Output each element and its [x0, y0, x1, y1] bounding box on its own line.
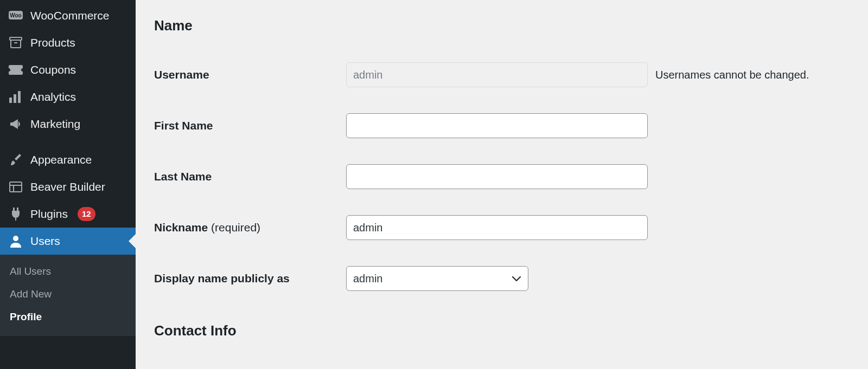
svg-text:Woo: Woo — [10, 12, 21, 18]
sidebar-item-label: Coupons — [30, 63, 76, 76]
username-label: Username — [154, 68, 346, 81]
last-name-input[interactable] — [346, 164, 648, 189]
nickname-input[interactable] — [346, 215, 648, 240]
display-name-label: Display name publicly as — [154, 272, 346, 285]
username-input — [346, 62, 648, 87]
sidebar-item-label: Plugins — [30, 207, 68, 221]
row-username: Username Usernames cannot be changed. — [154, 49, 850, 100]
sidebar-item-users[interactable]: Users — [0, 228, 136, 255]
row-first-name: First Name — [154, 100, 850, 151]
section-heading-contact: Contact Info — [154, 322, 850, 339]
sidebar-item-marketing[interactable]: Marketing — [0, 111, 136, 138]
nickname-label: Nickname (required) — [154, 221, 346, 234]
layout-icon — [9, 180, 23, 194]
admin-sidebar: Woo WooCommerce Products Coupons Analyti… — [0, 0, 136, 369]
sidebar-item-label: Appearance — [30, 153, 92, 166]
svg-rect-5 — [9, 98, 12, 103]
ticket-icon — [9, 63, 23, 77]
row-nickname: Nickname (required) — [154, 202, 850, 253]
username-hint: Usernames cannot be changed. — [655, 69, 809, 81]
submenu-all-users[interactable]: All Users — [0, 260, 136, 283]
user-icon — [9, 234, 23, 248]
chevron-down-icon — [512, 275, 521, 282]
row-display-name: Display name publicly as admin — [154, 253, 850, 304]
archive-icon — [9, 36, 23, 50]
sidebar-item-beaver-builder[interactable]: Beaver Builder — [0, 173, 136, 200]
megaphone-icon — [9, 117, 23, 131]
sidebar-item-analytics[interactable]: Analytics — [0, 83, 136, 111]
first-name-label: First Name — [154, 119, 346, 132]
sidebar-item-label: Analytics — [30, 90, 76, 103]
sidebar-item-appearance[interactable]: Appearance — [0, 146, 136, 173]
sidebar-item-products[interactable]: Products — [0, 29, 136, 56]
display-name-selected: admin — [353, 273, 382, 285]
submenu-add-new[interactable]: Add New — [0, 283, 136, 306]
svg-rect-6 — [14, 94, 16, 103]
svg-point-11 — [13, 236, 18, 241]
svg-rect-8 — [10, 182, 22, 192]
sidebar-item-coupons[interactable]: Coupons — [0, 56, 136, 83]
first-name-input[interactable] — [346, 113, 648, 138]
plugins-update-badge: 12 — [78, 207, 95, 221]
svg-rect-3 — [11, 40, 21, 48]
last-name-label: Last Name — [154, 170, 346, 183]
sidebar-item-woocommerce[interactable]: Woo WooCommerce — [0, 2, 136, 29]
users-submenu: All Users Add New Profile — [0, 255, 136, 336]
profile-form: Name Username Usernames cannot be change… — [136, 0, 868, 369]
woo-icon: Woo — [9, 9, 23, 23]
sidebar-item-label: WooCommerce — [30, 9, 109, 22]
submenu-profile[interactable]: Profile — [0, 306, 136, 328]
sidebar-item-label: Beaver Builder — [30, 180, 105, 193]
sidebar-item-plugins[interactable]: Plugins 12 — [0, 200, 136, 228]
section-heading-name: Name — [154, 17, 850, 34]
sidebar-item-label: Marketing — [30, 117, 80, 131]
sidebar-item-label: Users — [30, 234, 60, 248]
brush-icon — [9, 153, 23, 167]
sidebar-item-label: Products — [30, 36, 75, 49]
display-name-select[interactable]: admin — [346, 266, 528, 291]
chart-icon — [9, 90, 23, 104]
row-last-name: Last Name — [154, 151, 850, 202]
svg-rect-7 — [18, 91, 21, 103]
plug-icon — [9, 207, 23, 221]
